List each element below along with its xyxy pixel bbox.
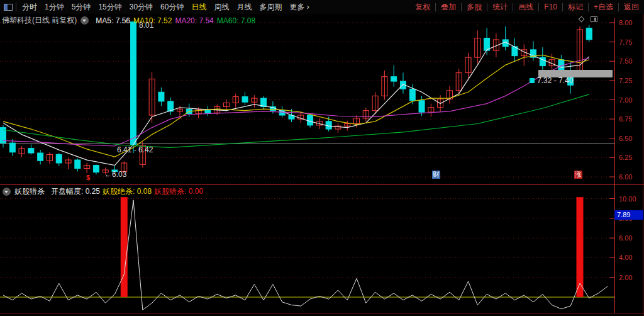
annotation-gap-range-2: 7.32 - 7.40: [530, 76, 573, 85]
indicator-param: 妖股猎杀: 0.00: [154, 186, 203, 197]
ma-values: MA5: 7.56MA10: 7.52MA20: 7.54MA60: 7.08: [92, 16, 255, 25]
ma-label: MA5: 7.56: [96, 16, 130, 25]
action-button-1[interactable]: 叠加: [436, 2, 461, 13]
svg-text:7.25: 7.25: [619, 77, 632, 84]
action-button-2[interactable]: 多股: [462, 2, 487, 13]
action-button-4[interactable]: 画线: [513, 2, 538, 13]
svg-text:7.50: 7.50: [619, 57, 632, 65]
action-button-5[interactable]: F10: [539, 3, 562, 11]
indicator-param: 开盘幅度: 0.25: [51, 186, 100, 197]
svg-text:10.00: 10.00: [619, 195, 636, 203]
svg-text:7.75: 7.75: [619, 38, 632, 46]
action-button-3[interactable]: 统计: [487, 2, 513, 13]
svg-text:4.00: 4.00: [619, 254, 632, 261]
collapse-chevron-icon[interactable]: [3, 188, 11, 196]
collapse-chevron-icon[interactable]: [80, 16, 89, 25]
action-buttons: 复权叠加多股统计画线F10标记+自选返回: [410, 2, 644, 13]
chart-title-row: 佛塑科技(日线 前复权) MA5: 7.56MA10: 7.52MA20: 7.…: [2, 15, 255, 26]
period-tab-4[interactable]: 30分钟: [126, 2, 157, 13]
action-button-8[interactable]: 返回: [619, 2, 644, 13]
trading-app-window: 分时1分钟5分钟15分钟30分钟60分钟日线周线月线多周期更多 › 复权叠加多股…: [0, 0, 644, 316]
indicator-name: 妖股猎杀: [14, 186, 45, 197]
stock-title: 佛塑科技(日线 前复权): [2, 15, 77, 26]
period-tab-10[interactable]: 更多 ›: [286, 2, 313, 13]
svg-text:6.25: 6.25: [619, 154, 632, 161]
period-tabs: 分时1分钟5分钟15分钟30分钟60分钟日线周线月线多周期更多 ›: [18, 2, 313, 13]
period-tab-3[interactable]: 15分钟: [94, 2, 125, 13]
diamond-marker-icon[interactable]: [579, 16, 585, 23]
chart-corner-icons: [579, 16, 597, 22]
action-button-0[interactable]: 复权: [410, 2, 435, 13]
period-tab-0[interactable]: 分时: [18, 2, 41, 13]
toolbar-divider: [16, 3, 16, 11]
candlestick-chart[interactable]: 8.007.757.507.257.006.756.506.256.00: [0, 14, 644, 184]
panel-layout-icon[interactable]: [591, 16, 597, 22]
indicator-params: 开盘幅度: 0.25妖股绝杀: 0.08妖股猎杀: 0.00: [48, 186, 203, 197]
period-tab-1[interactable]: 1分钟: [41, 2, 68, 13]
period-tab-5[interactable]: 60分钟: [157, 2, 187, 13]
indicator-param: 妖股绝杀: 0.08: [103, 186, 152, 197]
period-tab-9[interactable]: 多周期: [255, 2, 286, 13]
period-tab-6[interactable]: 日线: [187, 2, 210, 13]
financial-report-badge[interactable]: 财: [432, 171, 440, 179]
indicator-chart[interactable]: 10.008.006.004.002.00: [0, 184, 644, 316]
svg-text:7.00: 7.00: [619, 96, 632, 104]
annotation-high-price: 8.01: [139, 21, 153, 30]
svg-text:8.00: 8.00: [619, 19, 632, 26]
svg-text:6.00: 6.00: [619, 234, 632, 242]
ma-label: MA60: 7.08: [217, 16, 255, 25]
svg-text:6.50: 6.50: [619, 135, 632, 142]
period-tab-7[interactable]: 周线: [210, 2, 233, 13]
latest-price-badge: 7.89: [614, 210, 643, 220]
annotation-low-price: ←6.03: [104, 170, 126, 179]
period-tab-2[interactable]: 5分钟: [68, 2, 95, 13]
action-button-7[interactable]: +自选: [589, 2, 618, 13]
svg-text:6.00: 6.00: [619, 173, 632, 181]
action-button-6[interactable]: 标记: [563, 2, 588, 13]
top-toolbar: 分时1分钟5分钟15分钟30分钟60分钟日线周线月线多周期更多 › 复权叠加多股…: [0, 0, 644, 14]
limit-up-badge[interactable]: 涨: [574, 171, 582, 179]
svg-text:6.75: 6.75: [619, 115, 632, 123]
ma-label: MA20: 7.54: [175, 16, 213, 25]
indicator-header: 妖股猎杀 开盘幅度: 0.25妖股绝杀: 0.08妖股猎杀: 0.00: [3, 186, 203, 197]
dividend-marker: $: [86, 174, 90, 181]
gap-bullet-icon: [530, 78, 535, 83]
window-layout-icon[interactable]: [4, 4, 13, 11]
annotation-gap-range-1: 6.41 - 6.42: [117, 145, 153, 154]
period-tab-8[interactable]: 月线: [233, 2, 255, 13]
svg-text:2.00: 2.00: [619, 274, 632, 281]
